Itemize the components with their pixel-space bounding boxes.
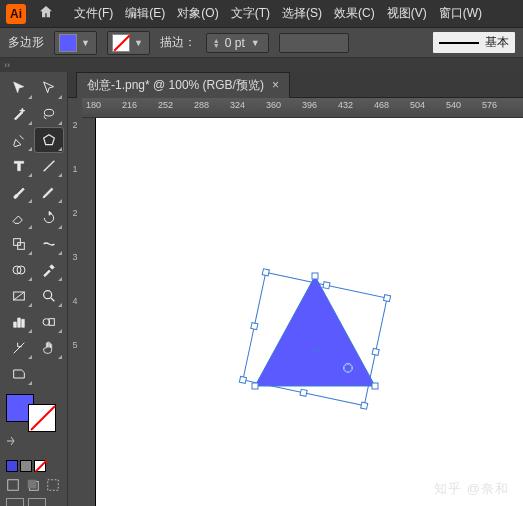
- v-tick: 2: [72, 208, 77, 252]
- canvas-column: 180 216 252 288 324 360 396 432 468 504 …: [82, 98, 523, 506]
- stepper-icon[interactable]: ▲▼: [213, 38, 221, 48]
- chevron-down-icon: ▼: [249, 38, 262, 48]
- draw-inside-icon[interactable]: [46, 478, 60, 492]
- tool-width[interactable]: [35, 232, 63, 256]
- tool-hand[interactable]: [35, 336, 63, 360]
- chevron-down-icon: ▼: [79, 38, 92, 48]
- home-icon[interactable]: [38, 4, 54, 23]
- tool-eyedropper[interactable]: [35, 258, 63, 282]
- color-swatch-pair[interactable]: [6, 394, 61, 432]
- v-tick: 2: [72, 120, 77, 164]
- tool-grid: [2, 76, 65, 386]
- tool-pen[interactable]: [5, 128, 33, 152]
- stroke-swatch-dropdown[interactable]: ▼: [107, 31, 150, 55]
- h-tick: 432: [338, 100, 353, 110]
- h-tick: 576: [482, 100, 497, 110]
- svg-rect-12: [28, 480, 37, 489]
- stroke-weight-field[interactable]: ▲▼ 0 pt ▼: [206, 33, 269, 53]
- tool-scale[interactable]: [5, 232, 33, 256]
- svg-point-7: [43, 291, 51, 299]
- v-tick: 4: [72, 296, 77, 340]
- tool-magic-wand[interactable]: [5, 102, 33, 126]
- tool-selection[interactable]: [5, 76, 33, 100]
- swap-colors-icon[interactable]: [6, 436, 16, 446]
- v-tick: 1: [72, 164, 77, 208]
- color-mode-none[interactable]: [34, 460, 46, 472]
- fill-swatch-dropdown[interactable]: ▼: [54, 31, 97, 55]
- tool-pencil[interactable]: [35, 180, 63, 204]
- h-tick: 468: [374, 100, 389, 110]
- menu-select[interactable]: 选择(S): [282, 5, 322, 22]
- tool-blend[interactable]: [35, 310, 63, 334]
- fill-swatch: [59, 34, 77, 52]
- svg-rect-10: [8, 480, 19, 491]
- menu-file[interactable]: 文件(F): [74, 5, 113, 22]
- menu-window[interactable]: 窗口(W): [439, 5, 482, 22]
- tool-slice[interactable]: [5, 336, 33, 360]
- ruler-and-canvas: 2 1 2 3 4 5 180 216 252 288 324 360 396 …: [68, 98, 523, 506]
- tool-shape-builder[interactable]: [5, 258, 33, 282]
- tool-direct-selection[interactable]: [35, 76, 63, 100]
- svg-rect-15: [262, 269, 269, 276]
- panel-dock-strip: ››: [0, 58, 523, 72]
- toolbox: [0, 72, 68, 506]
- color-mode-color[interactable]: [6, 460, 18, 472]
- h-tick: 504: [410, 100, 425, 110]
- tool-rotate[interactable]: [35, 206, 63, 230]
- h-tick: 180: [86, 100, 101, 110]
- tool-column-graph[interactable]: [5, 310, 33, 334]
- menu-type[interactable]: 文字(T): [231, 5, 270, 22]
- screen-mode-full-icon[interactable]: [28, 498, 46, 506]
- tool-eraser[interactable]: [5, 206, 33, 230]
- screen-mode-normal-icon[interactable]: [6, 498, 24, 506]
- brush-definition-dropdown[interactable]: 基本: [433, 32, 515, 53]
- close-icon[interactable]: ×: [272, 78, 279, 92]
- tool-print-tiling[interactable]: [5, 362, 33, 386]
- svg-rect-28: [312, 273, 318, 279]
- vertical-ruler: 2 1 2 3 4 5: [68, 98, 82, 506]
- h-tick: 216: [122, 100, 137, 110]
- h-tick: 252: [158, 100, 173, 110]
- variable-width-profile-dropdown[interactable]: [279, 33, 349, 53]
- tool-line[interactable]: [35, 154, 63, 178]
- menu-edit[interactable]: 编辑(E): [125, 5, 165, 22]
- menu-view[interactable]: 视图(V): [387, 5, 427, 22]
- v-tick: 5: [72, 340, 77, 384]
- svg-rect-13: [48, 480, 59, 491]
- menu-effect[interactable]: 效果(C): [334, 5, 375, 22]
- h-tick: 360: [266, 100, 281, 110]
- svg-rect-20: [300, 389, 307, 396]
- svg-rect-2: [13, 239, 20, 246]
- svg-rect-18: [361, 402, 368, 409]
- chevron-down-icon: ▼: [132, 38, 145, 48]
- selected-shape[interactable]: [230, 256, 400, 426]
- svg-point-0: [44, 109, 53, 116]
- svg-rect-29: [372, 383, 378, 389]
- color-mode-gradient[interactable]: [20, 460, 32, 472]
- svg-marker-1: [43, 135, 54, 145]
- menu-items: 文件(F) 编辑(E) 对象(O) 文字(T) 选择(S) 效果(C) 视图(V…: [74, 5, 482, 22]
- v-tick: 3: [72, 252, 77, 296]
- svg-rect-19: [323, 282, 330, 289]
- horizontal-ruler: 180 216 252 288 324 360 396 432 468 504 …: [82, 98, 523, 118]
- stroke-label: 描边：: [160, 34, 196, 51]
- tool-type[interactable]: [5, 154, 33, 178]
- svg-rect-21: [251, 323, 258, 330]
- tool-gradient[interactable]: [5, 284, 33, 308]
- draw-behind-icon[interactable]: [26, 478, 40, 492]
- tool-lasso[interactable]: [35, 102, 63, 126]
- h-tick: 324: [230, 100, 245, 110]
- h-tick: 540: [446, 100, 461, 110]
- tool-polygon[interactable]: [35, 128, 63, 152]
- canvas[interactable]: 知乎 @奈和: [82, 118, 523, 506]
- tool-paintbrush[interactable]: [5, 180, 33, 204]
- brush-preview-icon: [439, 42, 479, 44]
- menu-object[interactable]: 对象(O): [177, 5, 218, 22]
- panel-grip-icon[interactable]: ››: [0, 60, 14, 70]
- tool-zoom[interactable]: [35, 284, 63, 308]
- document-tab-row: 创意-1.png* @ 100% (RGB/预览) ×: [68, 72, 523, 98]
- stroke-color-swatch[interactable]: [28, 404, 56, 432]
- document-tab[interactable]: 创意-1.png* @ 100% (RGB/预览) ×: [76, 72, 290, 98]
- draw-normal-icon[interactable]: [6, 478, 20, 492]
- app-logo: Ai: [6, 4, 26, 24]
